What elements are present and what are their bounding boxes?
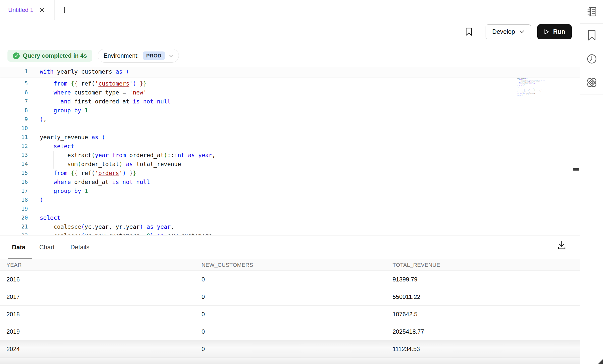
line-number: 11 (0, 133, 28, 142)
code-line[interactable]: 11yearly_revenue as ( (0, 133, 580, 142)
sidebar-item-lineage[interactable] (580, 71, 603, 94)
table-cell: 550011.22 (393, 288, 420, 305)
table-hscrollbar[interactable] (0, 358, 580, 364)
code-line[interactable]: 14 sum(order_total) as total_revenue (0, 160, 580, 169)
sticky-scroll-line[interactable]: 1with yearly_customers as ( (0, 67, 580, 77)
table-cell: 0 (201, 306, 205, 323)
lineage-knot-icon (586, 77, 598, 88)
tab-untitled-1[interactable]: Untitled 1 (0, 0, 55, 20)
column-header-new-customers: NEW_CUSTOMERS (201, 259, 253, 271)
code-text: where customer_type = 'new' (40, 88, 147, 97)
table-cell: 2019 (6, 323, 20, 340)
close-icon[interactable] (39, 7, 45, 13)
tab-strip: Untitled 1 (0, 0, 580, 20)
code-text: group by 1 (40, 186, 88, 195)
sql-editor[interactable]: 1with yearly_customers as ( 5 from {{ re… (0, 67, 580, 235)
code-text: select (40, 213, 60, 222)
play-icon (544, 29, 550, 35)
code-line[interactable]: 10 (0, 124, 580, 133)
code-line[interactable]: 7 and first_ordered_at is not null (0, 97, 580, 106)
line-number: 9 (0, 115, 28, 124)
table-row[interactable]: 20180107642.5 (0, 306, 580, 323)
table-row[interactable]: 20240111234.53 (0, 340, 580, 358)
develop-label: Develop (492, 28, 515, 35)
editor-scrollbar-thumb[interactable] (573, 168, 579, 171)
code-text: select (40, 142, 74, 151)
line-number: 12 (0, 142, 28, 151)
table-cell: 2018 (6, 306, 20, 323)
code-line[interactable]: 16 where ordered_at is not null (0, 178, 580, 186)
table-cell: 107642.5 (393, 306, 417, 323)
line-number: 16 (0, 178, 28, 186)
line-number: 18 (0, 195, 28, 204)
line-number: 7 (0, 97, 28, 106)
code-text: sum(order_total) as total_revenue (40, 160, 181, 169)
resize-grip[interactable] (598, 359, 603, 364)
code-text: coalesce(yc.new_customers, 0) as new_cus… (40, 231, 215, 235)
code-line[interactable]: 9), (0, 115, 580, 124)
environment-selector[interactable]: Environment: PROD (98, 49, 179, 63)
code-line[interactable]: 8 group by 1 (0, 106, 580, 115)
status-row: Query completed in 4s Environment: PROD (0, 46, 179, 65)
query-status-text: Query completed in 4s (23, 52, 87, 59)
chevron-down-icon (169, 54, 173, 57)
code-line[interactable]: 13 extract(year from ordered_at)::int as… (0, 151, 580, 160)
code-line: with yearly_customers as ( (40, 67, 129, 76)
line-number: 21 (0, 222, 28, 231)
code-line[interactable]: 5 from {{ ref('customers') }} (0, 79, 580, 88)
bookmark-icon (587, 30, 597, 41)
code-text: ) (40, 195, 43, 204)
table-row[interactable]: 20170550011.22 (0, 288, 580, 306)
code-line[interactable]: 12 select (0, 142, 580, 151)
code-line[interactable]: 22 coalesce(yc.new_customers, 0) as new_… (0, 231, 580, 235)
sidebar-item-history[interactable] (580, 47, 603, 71)
download-icon (557, 240, 566, 250)
code-line[interactable]: 20select (0, 213, 580, 222)
code-text: and first_ordered_at is not null (40, 97, 171, 106)
line-number: 15 (0, 169, 28, 178)
table-cell: 0 (201, 271, 205, 288)
sidebar-item-bookmarks[interactable] (580, 24, 603, 47)
develop-button[interactable]: Develop (486, 24, 531, 39)
table-cell: 91399.79 (393, 271, 417, 288)
code-text: extract(year from ordered_at)::int as ye… (40, 151, 215, 160)
toolbar: Develop Run (0, 20, 580, 44)
table-cell: 2016 (6, 271, 20, 288)
table-cell: 0 (201, 288, 205, 305)
table-row[interactable]: 2016091399.79 (0, 271, 580, 288)
code-line[interactable]: 15 from {{ ref('orders') }} (0, 169, 580, 178)
line-number: 5 (0, 79, 28, 88)
code-line[interactable]: 6 where customer_type = 'new' (0, 88, 580, 97)
results-table: 2016091399.7920170550011.2220180107642.5… (0, 271, 580, 358)
new-tab-button[interactable] (61, 6, 68, 13)
results-tabs: Data Chart Details (0, 235, 580, 259)
code-line[interactable]: 17 group by 1 (0, 186, 580, 195)
download-button[interactable] (557, 239, 567, 251)
line-number: 19 (0, 204, 28, 213)
code-line[interactable]: 21 coalesce(yc.year, yr.year) as year, (0, 222, 580, 231)
check-icon (13, 52, 20, 59)
results-panel: Data Chart Details YEAR NEW_CUSTOMERS TO… (0, 235, 580, 364)
line-number: 14 (0, 160, 28, 169)
line-number: 1 (0, 67, 28, 76)
chevron-down-icon (519, 30, 524, 33)
tab-details[interactable]: Details (70, 235, 89, 259)
line-number: 6 (0, 88, 28, 97)
sidebar-item-notebook[interactable] (580, 0, 603, 24)
line-number: 20 (0, 213, 28, 222)
tab-data[interactable]: Data (12, 235, 25, 259)
code-line[interactable]: 18) (0, 195, 580, 204)
code-text: from {{ ref('customers') }} (40, 79, 147, 88)
code-text: group by 1 (40, 106, 88, 115)
line-number: 10 (0, 124, 28, 133)
bookmark-button[interactable] (465, 28, 472, 36)
tab-chart[interactable]: Chart (39, 235, 54, 259)
table-cell: 0 (201, 340, 205, 358)
table-cell: 0 (201, 323, 205, 340)
run-button[interactable]: Run (537, 24, 572, 39)
environment-label: Environment: (103, 52, 139, 59)
code-line[interactable]: 19 (0, 204, 580, 213)
table-cell: 2024 (6, 340, 20, 358)
table-row[interactable]: 201902025418.77 (0, 323, 580, 340)
plus-icon (61, 6, 68, 13)
